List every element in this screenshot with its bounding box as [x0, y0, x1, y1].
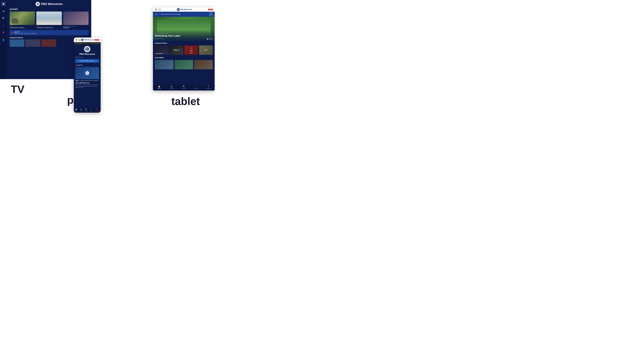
tablet-nav-search[interactable]: 🔍 Search: [180, 85, 188, 89]
phone-nav-home-label: Home: [75, 111, 78, 112]
svg-point-15: [210, 14, 212, 16]
tablet-nav-home-label: Home: [158, 88, 161, 89]
tablet-nav-search-label: Search: [182, 88, 186, 89]
tv-show-nova-title: Great Mammoth Mystery: [10, 27, 35, 28]
phone-nav-shows-icon: ▦: [80, 108, 82, 110]
phone-header-icons: [75, 39, 81, 41]
tablet-featured-header: Featured Shows ›: [155, 42, 213, 44]
phone-livetv-badge: LIVE TV: [94, 39, 99, 41]
tablet-person-icon[interactable]: [154, 8, 157, 11]
tablet-show-broadchurch[interactable]: BROADCHURCH: [155, 45, 168, 55]
tablet-featured-arrow[interactable]: ›: [168, 42, 168, 44]
phone-play-button[interactable]: ▶: [85, 71, 89, 75]
tablet-nav-home[interactable]: 🏠 Home: [155, 85, 163, 89]
phone-change-station[interactable]: Change Station: [75, 43, 82, 44]
tv-show-nature-label: NATURE: [36, 26, 62, 27]
tablet-nav-shows[interactable]: ▦ Shows: [168, 85, 176, 89]
tablet-dot-1[interactable]: [207, 38, 208, 39]
phone-livetv-dot: [76, 65, 76, 66]
tablet-nav-mylist[interactable]: ✓ My List: [192, 85, 200, 89]
phone-nav-search[interactable]: 🔍 Search: [85, 108, 88, 112]
tablet-hero[interactable]: LET'S GROW STUFF Rethinking Your Lawn ▶ …: [153, 17, 215, 41]
phone-person-icon[interactable]: [75, 39, 78, 41]
tablet-dot-4[interactable]: [212, 38, 213, 39]
phone-nav-mystation-label: My Station: [95, 111, 100, 112]
tv-show-nova[interactable]: NOVA Great Mammoth Mystery: [10, 11, 35, 28]
tv-show-nature-thumb: [36, 11, 62, 25]
tv-show-indlens-label: INDEPENDENT LENS: [63, 26, 88, 27]
phone-nav-search-icon: 🔍: [85, 108, 87, 110]
tv-livetv-heading: Live TV: [14, 31, 37, 33]
phone-video-thumb[interactable]: ▶: [76, 67, 99, 79]
tablet-just-thumb-3[interactable]: [194, 60, 213, 69]
tablet-hero-title: Rethinking Your Lawn: [155, 34, 213, 37]
phone-nav-mylist-icon: ✓: [91, 108, 92, 110]
tablet-dot-3[interactable]: [210, 38, 211, 39]
tv-pbs-logo: PBS Wisconsin: [36, 2, 62, 6]
tv-featured-thumb-2[interactable]: [26, 39, 40, 47]
tv-livetv-desc: Watch the PBS Wisconsin Livestream: [14, 33, 37, 34]
phone-body: PBS Wisconsin 🔗 Official Site Donate to …: [74, 44, 100, 90]
tv-spotlight-title: Spotlight: [10, 8, 88, 10]
tablet-just-added-header: Just Added ›: [155, 57, 213, 59]
phone-full-schedule[interactable]: Full TV Schedule: [91, 43, 99, 44]
tv-device-label: TV: [11, 83, 24, 95]
tablet-cast-icon[interactable]: [158, 8, 161, 11]
phone-pbs-big-text: PBS Wisconsin: [79, 53, 95, 55]
tv-livetv-bar[interactable]: Live TV Watch the PBS Wisconsin Livestre…: [10, 30, 88, 35]
tv-featured-thumb-3[interactable]: [41, 39, 56, 47]
tablet-nav-home-icon: 🏠: [158, 85, 160, 87]
tv-pbs-logo-text: PBS Wisconsin: [41, 2, 62, 6]
phone-donate-button[interactable]: Donate to PBS Wisconsin: [76, 59, 99, 63]
phone-header: PBS Wisconsin LIVE TV: [74, 37, 100, 42]
phone-nav-shows-label: Shows: [80, 111, 82, 112]
tv-spotlight-grid: NOVA Great Mammoth Mystery NATURE The Oc…: [10, 11, 88, 28]
tablet-show-pbs-newshour[interactable]: PBSNEWSHOUR: [184, 45, 198, 55]
phone-nav-shows[interactable]: ▦ Shows: [80, 108, 82, 112]
phone-cast-icon[interactable]: [78, 39, 81, 41]
tablet-breadcrumb-live[interactable]: Live TV: [154, 13, 158, 15]
tv-sidebar-mylist-icon[interactable]: ✓: [1, 23, 6, 28]
tablet-dot-2[interactable]: [208, 38, 210, 39]
phone-nav-mystation[interactable]: 📍 My Station: [95, 108, 100, 112]
phone-about-section: About PBS Wisconsin PBS Wisconsin helps …: [76, 82, 99, 88]
tv-live-dot: [12, 32, 13, 33]
tv-featured-thumb-1[interactable]: [10, 39, 24, 47]
tablet-hero-subtitle: LET'S GROW STUFF: [155, 33, 213, 34]
tv-show-nature-title: The Ocean's Greatest Feast: [36, 27, 62, 28]
tablet-top-icons: [154, 8, 161, 11]
phone-pbs-big-logo: PBS Wisconsin: [76, 46, 99, 55]
tv-sidebar: 🏠 ▦ 🔍 ✓ 📍 👤: [0, 0, 7, 79]
phone-bottom-nav: 🏠 Home ▦ Shows 🔍 Search ✓ My List 📍 My S…: [74, 107, 100, 113]
tablet-show-great-performances[interactable]: GP: [199, 45, 213, 55]
tv-sidebar-account-icon[interactable]: 👤: [1, 37, 6, 42]
tablet-device: PBS Wisconsin LIVE TV Live TV › Watch th…: [153, 7, 215, 90]
phone-livetv-section: Live TV ▶ LIVE Watch the PBS Wisconsin L…: [76, 64, 99, 81]
phone-official-site[interactable]: 🔗 Official Site: [76, 57, 99, 58]
tv-sidebar-search-icon[interactable]: 🔍: [1, 16, 6, 21]
tv-sidebar-location-icon[interactable]: 📍: [1, 30, 6, 35]
phone-nav-home[interactable]: 🏠 Home: [75, 108, 78, 112]
phone-about-text: PBS Wisconsin helps your community explo…: [76, 84, 99, 88]
tablet-hero-play[interactable]: ▶ Play Episode: [155, 38, 213, 39]
tablet-show-american-experience[interactable]: AMERICAN EXPERIENCE: [170, 45, 183, 55]
tablet-just-thumb-2[interactable]: [174, 60, 193, 69]
phone-nav-home-icon: 🏠: [75, 108, 77, 110]
tablet-nav-shows-icon: ▦: [171, 85, 172, 87]
tablet-just-thumb-1[interactable]: [155, 60, 174, 69]
tv-show-nature[interactable]: NATURE The Ocean's Greatest Feast: [36, 11, 62, 28]
tablet-hero-preview: [209, 12, 213, 16]
phone-pbs-logo: PBS Wisconsin: [81, 39, 94, 41]
phone-nav-mylist[interactable]: ✓ My List: [90, 108, 93, 112]
tv-show-indlens[interactable]: INDEPENDENT LENS Bulletproof: [63, 11, 88, 28]
phone-livetv-heading: Live TV: [76, 64, 99, 66]
tablet-just-added-arrow[interactable]: ›: [164, 57, 165, 58]
tablet-breadcrumb-page: Watch the PBS Wisconsin Livestream: [160, 13, 181, 15]
tablet-nav-mylist-label: My List: [194, 88, 198, 89]
tablet-nav-mystation[interactable]: 📍 My Station: [204, 85, 212, 89]
tv-sidebar-home-icon[interactable]: 🏠: [1, 1, 6, 6]
tv-show-indlens-thumb: [63, 11, 88, 25]
phone-station-bar: Change Station Full TV Schedule: [74, 42, 100, 44]
phone-nav-mylist-label: My List: [90, 111, 93, 112]
tv-sidebar-shows-icon[interactable]: ▦: [1, 8, 6, 13]
